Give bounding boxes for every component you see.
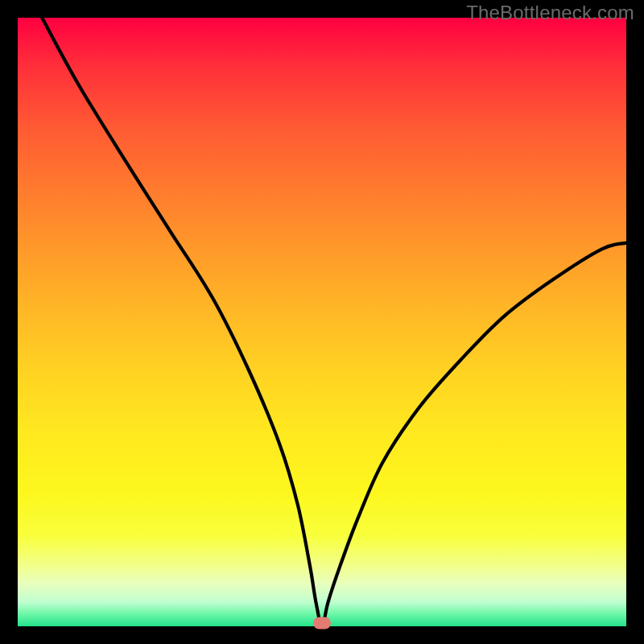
bottleneck-curve xyxy=(42,18,626,626)
chart-frame: TheBottleneck.com xyxy=(0,0,644,644)
plot-area xyxy=(18,18,626,626)
curve-layer xyxy=(18,18,626,626)
watermark-text: TheBottleneck.com xyxy=(466,2,634,24)
minimum-marker xyxy=(313,617,331,630)
